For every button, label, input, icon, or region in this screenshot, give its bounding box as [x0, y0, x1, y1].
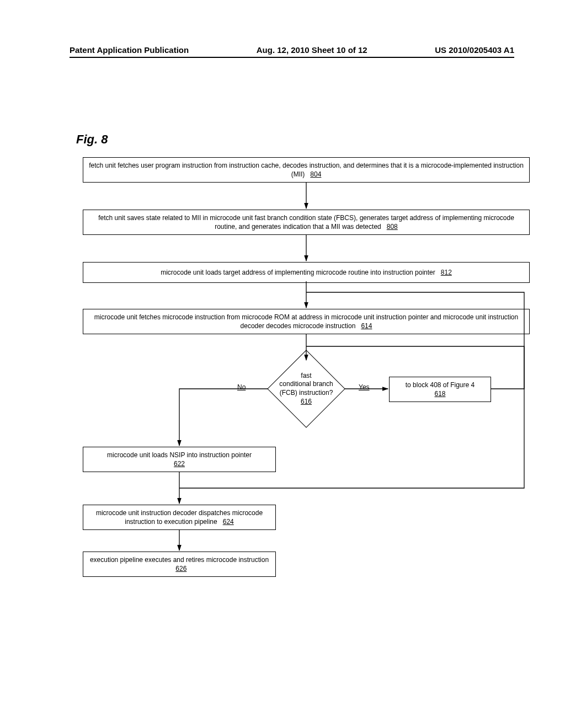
box-624-text: microcode unit instruction decoder dispa… — [96, 509, 263, 526]
box-808-ref: 808 — [387, 223, 398, 231]
decision-616: fast conditional branch (FCB) instructio… — [262, 356, 350, 422]
box-808: fetch unit saves state related to MII in… — [83, 210, 530, 235]
box-624: microcode unit instruction decoder dispa… — [83, 505, 276, 530]
flowchart: fetch unit fetches user program instruct… — [83, 157, 532, 695]
figure-label: Fig. 8 — [76, 132, 108, 147]
box-614-ref: 614 — [361, 322, 372, 330]
d616-ref: 616 — [301, 398, 312, 406]
header-left: Patent Application Publication — [70, 45, 189, 55]
header-right: US 2010/0205403 A1 — [435, 45, 514, 55]
box-804-ref: 804 — [310, 170, 321, 178]
box-626-ref: 626 — [175, 565, 186, 572]
box-812-text: microcode unit loads target address of i… — [161, 269, 435, 276]
box-618: to block 408 of Figure 4 618 — [389, 377, 491, 402]
box-808-text: fetch unit saves state related to MII in… — [98, 214, 514, 231]
box-614: microcode unit fetches microcode instruc… — [83, 309, 530, 334]
d616-l3: (FCB) instruction? — [280, 389, 333, 398]
box-812: microcode unit loads target address of i… — [83, 262, 530, 283]
box-624-ref: 624 — [223, 518, 234, 526]
header-center: Aug. 12, 2010 Sheet 10 of 12 — [257, 45, 367, 55]
box-626-text: execution pipeline executes and retires … — [90, 556, 269, 564]
box-618-text: to block 408 of Figure 4 — [406, 381, 475, 389]
box-804: fetch unit fetches user program instruct… — [83, 157, 530, 183]
box-618-ref: 618 — [434, 390, 445, 398]
page: Patent Application Publication Aug. 12, … — [0, 0, 565, 728]
label-yes: Yes — [359, 383, 370, 391]
d616-l1: fast — [301, 372, 311, 381]
box-626: execution pipeline executes and retires … — [83, 552, 276, 577]
page-header: Patent Application Publication Aug. 12, … — [70, 45, 514, 58]
box-812-ref: 812 — [441, 269, 452, 276]
d616-l2: conditional branch — [279, 380, 333, 389]
label-no: No — [237, 383, 246, 391]
box-622-text: microcode unit loads NSIP into instructi… — [107, 451, 252, 459]
box-614-text: microcode unit fetches microcode instruc… — [94, 313, 518, 330]
decision-616-text: fast conditional branch (FCB) instructio… — [262, 356, 350, 422]
box-622-ref: 622 — [174, 460, 185, 468]
box-622: microcode unit loads NSIP into instructi… — [83, 447, 276, 472]
